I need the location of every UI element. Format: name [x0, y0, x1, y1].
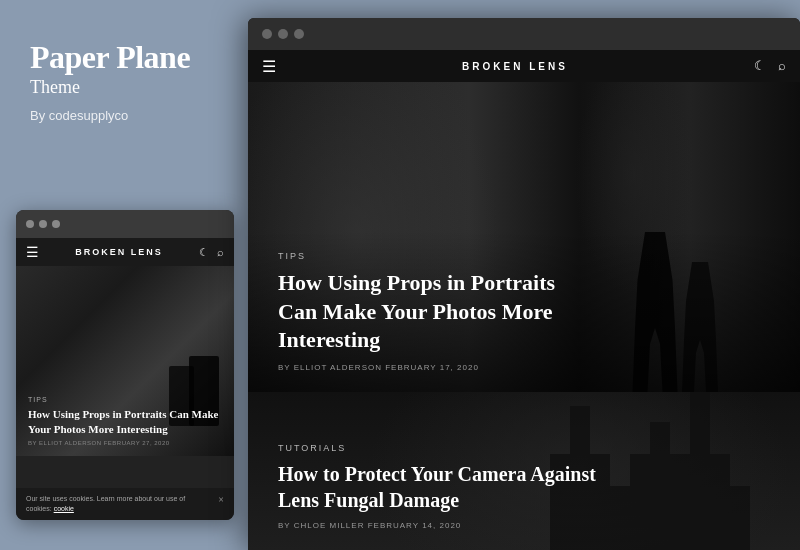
small-hero-image: TIPS How Using Props in Portraits Can Ma…	[16, 266, 234, 456]
cookie-notice: Our site uses cookies. Learn more about …	[16, 488, 234, 520]
small-browser-dot-1	[26, 220, 34, 228]
small-nav-title: BROKEN LENS	[75, 247, 163, 257]
cookie-link[interactable]: cookie	[54, 505, 74, 512]
main-browser-dot-2	[278, 29, 288, 39]
second-article-meta: BY CHLOE MILLER FEBRUARY 14, 2020	[278, 521, 770, 530]
small-nav-icons: ☾ ⌕	[199, 246, 224, 259]
main-browser-titlebar	[248, 18, 800, 50]
main-nav-title: BROKEN LENS	[462, 61, 568, 72]
theme-title: Paper Plane	[30, 40, 228, 75]
main-hero-title[interactable]: How Using Props in Portraits Can Make Yo…	[278, 269, 578, 355]
main-content: TIPS How Using Props in Portraits Can Ma…	[248, 82, 800, 550]
small-hero-tag: TIPS	[28, 396, 222, 403]
small-browser-content: TIPS How Using Props in Portraits Can Ma…	[16, 266, 234, 520]
main-browser-nav: ☰ BROKEN LENS ☾ ⌕	[248, 50, 800, 82]
small-nav-menu-icon[interactable]: ☰	[26, 244, 39, 261]
main-browser: ☰ BROKEN LENS ☾ ⌕ TIPS How Using Props i…	[248, 18, 800, 550]
small-browser-dot-3	[52, 220, 60, 228]
small-browser-nav: ☰ BROKEN LENS ☾ ⌕	[16, 238, 234, 266]
second-article-tag: TUTORIALS	[278, 443, 770, 453]
main-nav-icons: ☾ ⌕	[754, 58, 786, 74]
main-hero-tag: TIPS	[278, 251, 770, 261]
second-article: TUTORIALS How to Protect Your Camera Aga…	[248, 392, 800, 550]
main-browser-dot-1	[262, 29, 272, 39]
small-nav-search-icon[interactable]: ⌕	[217, 246, 224, 259]
cookie-close-button[interactable]: ×	[218, 494, 224, 505]
main-nav-moon-icon[interactable]: ☾	[754, 58, 766, 74]
small-hero-title: How Using Props in Portraits Can Make Yo…	[28, 407, 222, 436]
main-nav-search-icon[interactable]: ⌕	[778, 58, 786, 74]
small-nav-moon-icon[interactable]: ☾	[199, 246, 209, 259]
small-hero-meta: BY ELLIOT ALDERSON FEBRUARY 27, 2020	[28, 440, 222, 446]
main-browser-dot-3	[294, 29, 304, 39]
theme-byline: By codesupplyco	[30, 108, 228, 123]
small-hero-overlay: TIPS How Using Props in Portraits Can Ma…	[16, 386, 234, 456]
small-browser-dot-2	[39, 220, 47, 228]
theme-subtitle: Theme	[30, 77, 228, 98]
small-browser-titlebar	[16, 210, 234, 238]
main-hero-meta: BY ELLIOT ALDERSON FEBRUARY 17, 2020	[278, 363, 770, 372]
second-article-overlay: TUTORIALS How to Protect Your Camera Aga…	[248, 423, 800, 550]
second-article-title[interactable]: How to Protect Your Camera Against Lens …	[278, 461, 598, 513]
cookie-text: Our site uses cookies. Learn more about …	[26, 494, 210, 514]
small-browser-mockup: ☰ BROKEN LENS ☾ ⌕ TIPS How Using Props i…	[16, 210, 234, 520]
main-hero: TIPS How Using Props in Portraits Can Ma…	[248, 82, 800, 392]
main-hero-overlay: TIPS How Using Props in Portraits Can Ma…	[248, 231, 800, 392]
main-nav-menu-icon[interactable]: ☰	[262, 57, 276, 76]
